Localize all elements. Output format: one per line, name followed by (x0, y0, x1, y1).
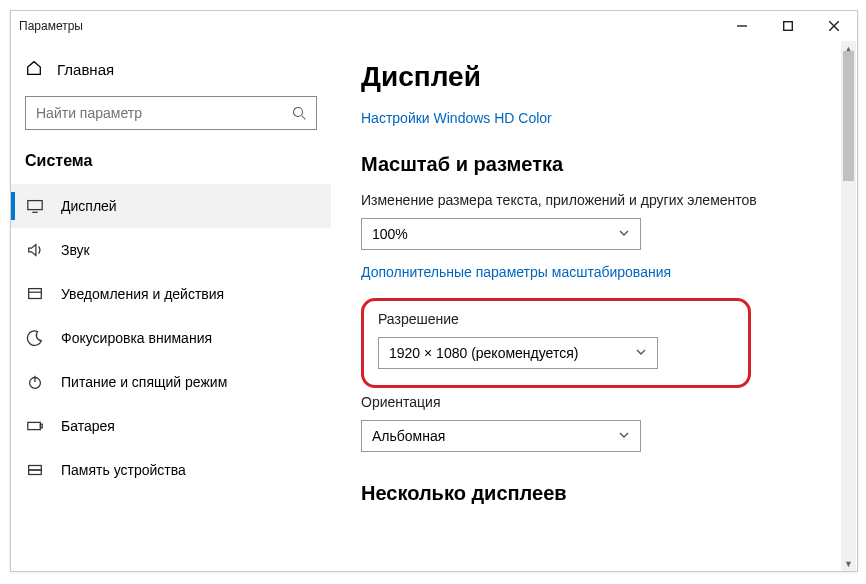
orientation-block: Ориентация Альбомная (361, 394, 827, 452)
display-icon (25, 197, 45, 215)
svg-rect-15 (29, 470, 42, 475)
maximize-icon (783, 21, 793, 31)
chevron-down-icon (618, 226, 630, 242)
minimize-icon (737, 21, 747, 31)
svg-rect-14 (29, 466, 42, 471)
scale-heading: Масштаб и разметка (361, 153, 827, 176)
scrollbar-thumb[interactable] (843, 51, 854, 181)
hd-color-link[interactable]: Настройки Windows HD Color (361, 110, 552, 126)
svg-rect-1 (784, 22, 793, 31)
svg-rect-12 (28, 422, 41, 429)
notifications-icon (25, 285, 45, 303)
sidebar-item-battery[interactable]: Батарея (11, 404, 331, 448)
svg-rect-8 (29, 289, 42, 299)
storage-icon (25, 461, 45, 479)
multi-displays-heading: Несколько дисплеев (361, 482, 827, 505)
scale-dropdown[interactable]: 100% (361, 218, 641, 250)
sound-icon (25, 241, 45, 259)
sidebar-item-sound[interactable]: Звук (11, 228, 331, 272)
nav-list: Дисплей Звук Уведомления и действия (11, 184, 331, 492)
resolution-highlight: Разрешение 1920 × 1080 (рекомендуется) (361, 298, 751, 388)
scrollbar[interactable]: ▲ ▼ (841, 41, 856, 571)
search-input[interactable] (26, 105, 282, 121)
sidebar-item-label: Память устройства (61, 462, 186, 478)
sidebar-item-label: Батарея (61, 418, 115, 434)
moon-icon (25, 329, 45, 347)
battery-icon (25, 417, 45, 435)
svg-point-4 (293, 107, 302, 116)
sidebar-item-power[interactable]: Питание и спящий режим (11, 360, 331, 404)
search-wrap (11, 88, 331, 148)
scale-label: Изменение размера текста, приложений и д… (361, 192, 827, 208)
svg-line-5 (301, 115, 305, 119)
sidebar-item-label: Дисплей (61, 198, 117, 214)
scroll-down-arrow[interactable]: ▼ (841, 556, 856, 571)
home-link[interactable]: Главная (11, 51, 331, 88)
sidebar-item-label: Звук (61, 242, 90, 258)
advanced-scaling-link[interactable]: Дополнительные параметры масштабирования (361, 264, 827, 280)
svg-rect-6 (28, 201, 42, 210)
svg-rect-13 (40, 424, 42, 428)
sidebar-section-label: Система (11, 148, 331, 184)
content-area: Главная Система Дисплей (11, 41, 857, 571)
page-title: Дисплей (361, 61, 827, 93)
chevron-down-icon (635, 345, 647, 361)
titlebar: Параметры (11, 11, 857, 41)
minimize-button[interactable] (719, 11, 765, 41)
scale-dropdown-value: 100% (372, 226, 408, 242)
main-panel: Дисплей Настройки Windows HD Color Масшт… (331, 41, 857, 571)
search-icon (282, 106, 316, 121)
orientation-label: Ориентация (361, 394, 827, 410)
sidebar-item-label: Уведомления и действия (61, 286, 224, 302)
search-box[interactable] (25, 96, 317, 130)
resolution-label: Разрешение (378, 311, 730, 327)
resolution-dropdown[interactable]: 1920 × 1080 (рекомендуется) (378, 337, 658, 369)
sidebar-item-notifications[interactable]: Уведомления и действия (11, 272, 331, 316)
settings-window: Параметры Главная (10, 10, 858, 572)
orientation-dropdown-value: Альбомная (372, 428, 445, 444)
sidebar-item-focus-assist[interactable]: Фокусировка внимания (11, 316, 331, 360)
sidebar: Главная Система Дисплей (11, 41, 331, 571)
window-title: Параметры (19, 19, 719, 33)
home-label: Главная (57, 61, 114, 78)
window-controls (719, 11, 857, 41)
home-icon (25, 59, 43, 80)
chevron-down-icon (618, 428, 630, 444)
close-icon (829, 21, 839, 31)
sidebar-item-label: Фокусировка внимания (61, 330, 212, 346)
power-icon (25, 373, 45, 391)
sidebar-item-display[interactable]: Дисплей (11, 184, 331, 228)
maximize-button[interactable] (765, 11, 811, 41)
close-button[interactable] (811, 11, 857, 41)
orientation-dropdown[interactable]: Альбомная (361, 420, 641, 452)
resolution-dropdown-value: 1920 × 1080 (рекомендуется) (389, 345, 578, 361)
sidebar-item-storage[interactable]: Память устройства (11, 448, 331, 492)
sidebar-item-label: Питание и спящий режим (61, 374, 227, 390)
